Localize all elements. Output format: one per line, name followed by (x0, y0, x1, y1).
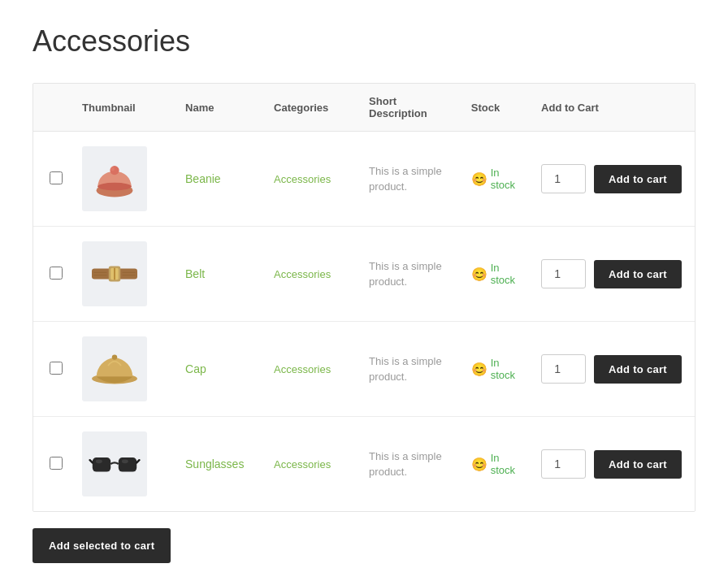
stock-status-cap: 😊 In stock (471, 357, 515, 381)
page-title: Accessories (32, 24, 696, 59)
row-checkbox-belt[interactable] (50, 267, 63, 280)
table-row: Beanie Accessories This is a simple prod… (33, 132, 695, 227)
add-to-cart-button-cap[interactable]: Add to cart (594, 355, 682, 384)
stock-status-beanie: 😊 In stock (471, 167, 515, 191)
table-row: Cap Accessories This is a simple product… (33, 322, 695, 417)
col-header-categories: Categories (261, 84, 356, 132)
row-description-beanie: This is a simple product. (356, 132, 458, 227)
category-label-beanie: Accessories (274, 173, 331, 185)
products-table: Thumbnail Name Categories Short Descript… (33, 84, 695, 511)
page-wrapper: Accessories Thumbnail Name Categories Sh… (0, 0, 728, 581)
add-to-cart-button-sunglasses[interactable]: Add to cart (594, 450, 682, 479)
stock-icon-sunglasses: 😊 (471, 457, 488, 472)
short-desc-sunglasses: This is a simple product. (369, 450, 442, 479)
qty-input-belt[interactable] (541, 259, 586, 288)
svg-point-1 (98, 183, 132, 191)
stock-label-sunglasses: In stock (491, 452, 515, 476)
row-checkbox-beanie[interactable] (50, 171, 63, 184)
row-addtocart-belt: Add to cart (528, 227, 695, 322)
row-addtocart-cap: Add to cart (528, 322, 695, 417)
stock-label-beanie: In stock (491, 167, 515, 191)
row-stock-belt: 😊 In stock (458, 227, 528, 322)
thumbnail-image-cap (82, 336, 147, 401)
svg-point-3 (110, 167, 115, 171)
row-name-cap[interactable]: Cap (172, 322, 261, 417)
row-category-belt: Accessories (261, 227, 356, 322)
row-description-belt: This is a simple product. (356, 227, 458, 322)
category-label-cap: Accessories (274, 363, 331, 375)
thumbnail-image-belt (82, 241, 147, 306)
qty-input-beanie[interactable] (541, 164, 586, 193)
row-category-sunglasses: Accessories (261, 417, 356, 512)
add-to-cart-button-belt[interactable]: Add to cart (594, 260, 682, 288)
row-addtocart-sunglasses: Add to cart (528, 417, 695, 512)
svg-rect-14 (93, 457, 110, 472)
col-header-name: Name (172, 84, 261, 132)
row-checkbox-cap[interactable] (50, 362, 63, 375)
row-name-sunglasses[interactable]: Sunglasses (172, 417, 261, 512)
row-stock-sunglasses: 😊 In stock (458, 417, 528, 512)
row-category-cap: Accessories (261, 322, 356, 417)
thumbnail-image-sunglasses (82, 431, 147, 496)
qty-input-cap[interactable] (541, 354, 586, 384)
short-desc-beanie: This is a simple product. (369, 165, 442, 193)
add-selected-to-cart-button[interactable]: Add selected to cart (32, 528, 171, 563)
product-link-beanie[interactable]: Beanie (185, 172, 221, 185)
add-to-cart-cell-cap: Add to cart (541, 354, 682, 384)
product-link-cap[interactable]: Cap (185, 362, 206, 375)
stock-label-belt: In stock (491, 262, 515, 286)
qty-input-sunglasses[interactable] (541, 449, 586, 479)
col-header-thumbnail: Thumbnail (69, 84, 172, 132)
stock-icon-beanie: 😊 (471, 171, 488, 187)
row-checkbox-sunglasses[interactable] (50, 457, 63, 470)
short-desc-belt: This is a simple product. (369, 260, 442, 288)
thumbnail-image-beanie (82, 146, 147, 211)
row-thumbnail-cap (69, 322, 172, 417)
stock-label-cap: In stock (491, 357, 515, 381)
table-row: Sunglasses Accessories This is a simple … (33, 417, 695, 512)
svg-line-19 (136, 460, 139, 462)
col-header-add-to-cart: Add to Cart (528, 84, 695, 132)
add-to-cart-cell-sunglasses: Add to cart (541, 449, 682, 479)
stock-icon-cap: 😊 (471, 362, 488, 377)
row-stock-cap: 😊 In stock (458, 322, 528, 417)
col-header-stock: Stock (458, 84, 528, 132)
col-header-short-description: Short Description (356, 84, 458, 132)
row-checkbox-cell-belt[interactable] (33, 227, 69, 322)
product-link-sunglasses[interactable]: Sunglasses (185, 457, 244, 470)
svg-point-13 (112, 354, 117, 359)
row-name-beanie[interactable]: Beanie (172, 132, 261, 227)
products-table-wrapper: Thumbnail Name Categories Short Descript… (32, 83, 696, 512)
row-thumbnail-beanie (69, 132, 172, 227)
row-addtocart-beanie: Add to cart (528, 132, 695, 227)
stock-status-belt: 😊 In stock (471, 262, 515, 286)
category-label-belt: Accessories (274, 268, 331, 280)
add-to-cart-button-beanie[interactable]: Add to cart (594, 165, 682, 193)
row-name-belt[interactable]: Belt (172, 227, 261, 322)
row-category-beanie: Accessories (261, 132, 356, 227)
stock-status-sunglasses: 😊 In stock (471, 452, 515, 476)
short-desc-cap: This is a simple product. (369, 355, 442, 384)
add-to-cart-cell-belt: Add to cart (541, 259, 682, 288)
table-row: Belt Accessories This is a simple produc… (33, 227, 695, 322)
row-thumbnail-belt (69, 227, 172, 322)
product-link-belt[interactable]: Belt (185, 267, 205, 280)
svg-point-16 (96, 459, 102, 463)
row-checkbox-cell-sunglasses[interactable] (33, 417, 69, 512)
svg-point-17 (122, 459, 128, 463)
row-description-sunglasses: This is a simple product. (356, 417, 458, 512)
row-description-cap: This is a simple product. (356, 322, 458, 417)
row-checkbox-cell-cap[interactable] (33, 322, 69, 417)
category-label-sunglasses: Accessories (274, 458, 331, 470)
svg-rect-15 (119, 457, 136, 472)
row-checkbox-cell-beanie[interactable] (33, 132, 69, 227)
row-stock-beanie: 😊 In stock (458, 132, 528, 227)
stock-icon-belt: 😊 (471, 267, 488, 282)
add-to-cart-cell-beanie: Add to cart (541, 164, 682, 193)
svg-line-18 (90, 460, 93, 462)
row-thumbnail-sunglasses (69, 417, 172, 512)
